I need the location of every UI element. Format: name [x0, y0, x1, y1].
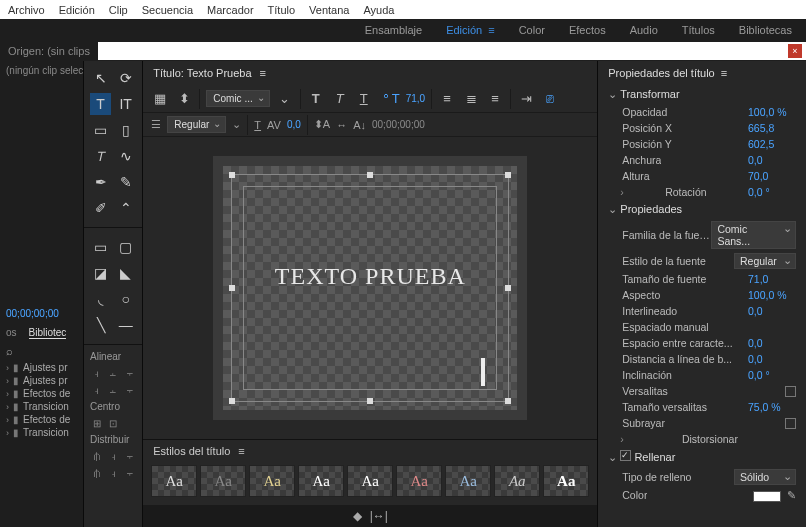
kerning-value[interactable]: 0,0 [287, 119, 301, 130]
timecode[interactable]: 00;00;00;00 [0, 304, 83, 323]
distribute-icon[interactable]: ⫟ [123, 449, 136, 463]
align-icon[interactable]: ⫟ [123, 366, 136, 380]
list-item[interactable]: ›▮Efectos de [2, 387, 81, 400]
center-icon[interactable]: ⊡ [106, 416, 119, 430]
style-swatch[interactable]: Aa [200, 465, 246, 497]
path-type-tool-icon[interactable]: 𝘛 [90, 145, 111, 167]
handle-icon[interactable] [505, 398, 511, 404]
panel-menu-icon[interactable]: ≡ [238, 445, 244, 457]
title-canvas[interactable]: TEXTO PRUEBA [223, 166, 517, 410]
workspace-tab[interactable]: Ensamblaje [365, 24, 422, 36]
height-value[interactable]: 70,0 [748, 170, 796, 182]
section-fill[interactable]: Rellenar [598, 447, 806, 467]
eyedropper-icon[interactable]: ✎ [787, 489, 796, 501]
workspace-tab[interactable]: Efectos [569, 24, 606, 36]
width-value[interactable]: 0,0 [748, 154, 796, 166]
style-swatch[interactable]: Aa [151, 465, 197, 497]
menu-item[interactable]: Edición [59, 4, 95, 16]
section-properties[interactable]: Propiedades [598, 200, 806, 219]
fill-checkbox[interactable] [620, 450, 631, 461]
rotate-tool-icon[interactable]: ⟳ [115, 67, 136, 89]
handle-icon[interactable] [367, 398, 373, 404]
rectangle-tool-icon[interactable]: ▭ [90, 236, 111, 258]
smallcaps-checkbox[interactable] [785, 386, 796, 397]
tracking-value[interactable]: 0,0 [748, 337, 796, 349]
tab-stops-icon[interactable]: ⇥ [517, 91, 535, 106]
panel-menu-icon[interactable]: ≡ [721, 67, 727, 79]
pos-x-value[interactable]: 665,8 [748, 122, 796, 134]
align-center-icon[interactable]: ≣ [462, 91, 480, 106]
workspace-tab[interactable]: Color [519, 24, 545, 36]
font-family-select[interactable]: Comic ... [206, 90, 269, 107]
wedge-tool-icon[interactable]: ◣ [115, 262, 136, 284]
pos-y-value[interactable]: 602,5 [748, 138, 796, 150]
underline-icon[interactable]: T [254, 119, 261, 131]
menu-item[interactable]: Archivo [8, 4, 45, 16]
workspace-tab[interactable]: Títulos [682, 24, 715, 36]
underline-icon[interactable]: T [355, 91, 373, 106]
menu-item[interactable]: Clip [109, 4, 128, 16]
smallcaps-size-value[interactable]: 75,0 % [748, 401, 796, 413]
panel-tab-selected[interactable]: Bibliotec [29, 327, 67, 339]
templates-icon[interactable]: ▦ [151, 91, 169, 106]
delete-anchor-icon[interactable]: ✐ [90, 197, 111, 219]
underline-checkbox[interactable] [785, 418, 796, 429]
line-tool2-icon[interactable]: — [115, 314, 136, 336]
workspace-tab[interactable]: Audio [630, 24, 658, 36]
chevron-down-icon[interactable]: ⌄ [276, 91, 294, 106]
font-size-value[interactable]: 71,0 [406, 93, 425, 104]
fill-type-select[interactable]: Sólido [734, 469, 796, 485]
vertical-type-tool-icon[interactable]: IT [115, 93, 136, 115]
selection-tool-icon[interactable]: ↖ [90, 67, 111, 89]
leading-icon[interactable]: ⬍A [314, 118, 330, 131]
menu-item[interactable]: Ventana [309, 4, 349, 16]
list-icon[interactable]: ☰ [151, 118, 161, 131]
align-icon[interactable]: ⫠ [106, 366, 119, 380]
markers-icon[interactable]: |↔| [370, 509, 388, 523]
workspace-tab[interactable]: Bibliotecas [739, 24, 792, 36]
align-icon[interactable]: ⫠ [106, 383, 119, 397]
convert-anchor-icon[interactable]: ⌃ [115, 197, 136, 219]
font-style-select[interactable]: Regular [167, 116, 226, 133]
aspect-value[interactable]: 100,0 % [748, 289, 796, 301]
pen-tool-icon[interactable]: ✒ [90, 171, 111, 193]
style-swatch[interactable]: Aa [543, 465, 589, 497]
close-icon[interactable]: × [788, 44, 802, 58]
search-icon[interactable]: ⌕ [6, 345, 13, 357]
opacity-value[interactable]: 100,0 % [748, 106, 796, 118]
list-item[interactable]: ›▮Transicion [2, 426, 81, 439]
align-icon[interactable]: ⫞ [90, 366, 103, 380]
area-type-tool-icon[interactable]: ▭ [90, 119, 111, 141]
distribute-icon[interactable]: ⫞ [106, 449, 119, 463]
vertical-area-type-tool-icon[interactable]: ▯ [115, 119, 136, 141]
leading-value[interactable]: 0,0 [748, 305, 796, 317]
style-swatch[interactable]: Aa [347, 465, 393, 497]
list-item[interactable]: ›▮Ajustes pr [2, 361, 81, 374]
bold-icon[interactable]: T [307, 91, 325, 106]
rounded-rect-tool-icon[interactable]: ▢ [115, 236, 136, 258]
show-video-icon[interactable]: ⎚ [541, 91, 559, 106]
list-item[interactable]: ›▮Ajustes pr [2, 374, 81, 387]
line-tool-icon[interactable]: ╲ [90, 314, 111, 336]
font-family-select[interactable]: Comic Sans... [711, 221, 796, 249]
menu-item[interactable]: Marcador [207, 4, 253, 16]
options-timecode[interactable]: 00;00;00;00 [372, 119, 425, 130]
type-tool-icon[interactable]: T [90, 93, 111, 115]
distribute-icon[interactable]: ⫞ [106, 466, 119, 480]
handle-icon[interactable] [229, 172, 235, 178]
font-style-select[interactable]: Regular [734, 253, 796, 269]
panel-menu-icon[interactable]: ≡ [260, 67, 266, 79]
rotation-value[interactable]: 0,0 ° [748, 186, 796, 198]
tracking-icon[interactable]: ↔ [336, 119, 347, 131]
clipped-rect-tool-icon[interactable]: ◪ [90, 262, 111, 284]
workspace-tab-active[interactable]: Edición [446, 24, 495, 36]
baseline-value[interactable]: 0,0 [748, 353, 796, 365]
title-text[interactable]: TEXTO PRUEBA [223, 262, 517, 289]
style-swatch[interactable]: Aa [298, 465, 344, 497]
color-swatch[interactable] [753, 491, 781, 502]
section-transform[interactable]: Transformar [598, 85, 806, 104]
distribute-icon[interactable]: ⫛ [90, 449, 103, 463]
style-swatch[interactable]: Aa [494, 465, 540, 497]
baseline-icon[interactable]: A↓ [353, 119, 366, 131]
align-right-icon[interactable]: ≡ [486, 91, 504, 106]
